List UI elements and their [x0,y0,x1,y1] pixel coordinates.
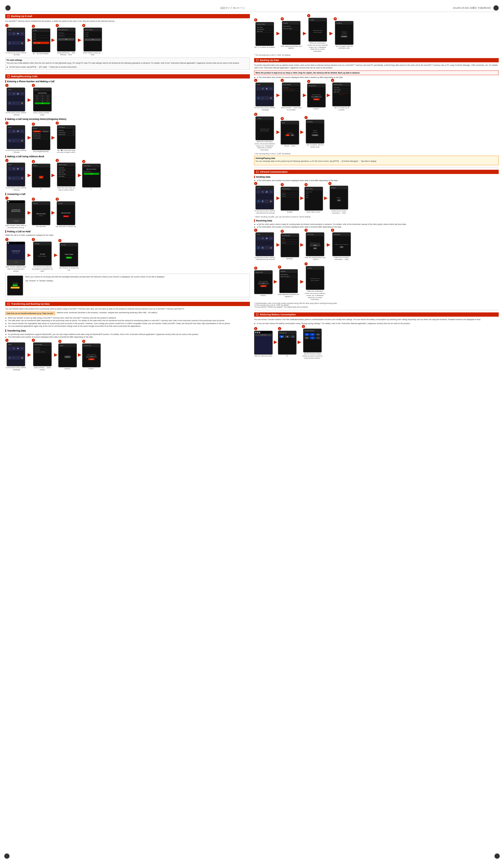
bu-step-3: 3 Security Key Enter security key **** U… [307,80,326,110]
email-step-3: 3 Backup/Restore Mail Backup Mail Restor… [56,24,77,56]
ai-tr1: 📱 [8,347,12,350]
right-column: 5 Address Book Ichiro Keika Yukiko Tanak… [254,14,499,372]
caption-email-1: On the home screen, [APPS] → [E-mail]. [5,52,26,56]
ai-rv4: ⚙ [269,237,273,240]
sh-rs7: Confirm [309,18,326,22]
caption-email-4: Select folders to back up → [OK]. [82,52,103,56]
ai-bu5: 🌐 [257,96,260,100]
section-calls-label: Making/Receiving Calls [11,75,38,78]
cap-ab4: [ ]. [91,188,92,190]
fn1: *1 Authentication code is four-digit num… [254,302,499,304]
history-steps: 1 Home 📱 📷 📧 ⚙ 🌐 📞 📱 📁 [5,122,250,154]
bat-step-1: 1 ↓ slide down [254,327,273,357]
battery-note: ● You can also reduce the battery consum… [254,322,499,325]
tr-note2: The information and number of screens di… [5,336,250,339]
ai-tr8: 📁 [20,356,24,360]
sb-ep1: 📱 📷 📧 ⚙ 🌐 📞 📱 📁 [7,91,25,111]
cap-rv1: On the home screen, [APPS] → [Send/recei… [254,257,275,261]
cap-ans1: Slide "Answer" down while an incoming ca… [5,225,26,229]
hold-intro: While the call is on hold, a guidance is… [5,234,250,237]
ep-step-2: 2 Phone 0XXXXXXXXX 1 2 3 4 5 [32,84,53,116]
tr-step-4: 4 Security Key Enter security key **** U… [82,340,101,370]
bu-cr2: Yukiko Tanaka [333,89,350,91]
cap-ep2: Enter a phone number → [Call]. [32,112,53,116]
ai-bu6: 📞 [261,96,265,100]
section-infrared-label: Infrared Communication [260,171,287,173]
arrow-rv3: ▶ [327,242,330,247]
screen-sd4: Infrared Sending... OK [329,186,348,210]
sh-rv4: Instructions [333,233,350,236]
arrow-ab3: ▶ [78,173,81,178]
ai-ab8: 📁 [20,176,24,180]
arrow-rs1: ▶ [276,31,280,36]
cr2: Yukiko Tanaka [58,169,75,171]
arrow-rv2: ▶ [300,242,303,247]
arrow-rv6: ▶ [300,279,303,284]
h-step-1: 1 Home 📱 📷 📧 ⚙ 🌐 📞 📱 📁 [5,122,26,154]
subsection-answering: Answering a Call [5,193,250,196]
cap-bu2: [Data transfer] → [Save data to microSD]… [281,107,302,111]
ni-bat1 [255,332,257,333]
hold-steps: 1 Incoming Call Yukiko Tanaka ↓ Hold [5,238,250,272]
ai-h1: 📱 [8,129,12,133]
sh-bat2: Notifications [279,331,296,335]
subsection-sending: Sending Data [254,176,499,178]
screen-bat3: Function Buttons WiFi BT GPS NFC 🔊 ✈ [303,329,322,352]
arrow-sd3: ▶ [324,196,327,200]
cap-rs8: Tap "Complete" after the restoration end… [334,45,355,50]
bu-step-5: 5 Confirm Confirmation screen Account se… [254,113,275,151]
ai-sd8: 📁 [269,199,273,203]
transfer-highlight: Data that can be transferred/backed up b… [5,312,55,315]
cap-bu5: When the confirmation screen, the accoun… [254,141,275,151]
arrow-ab1: ▶ [28,173,31,178]
ai7: 📱 [16,41,20,45]
rs-step-8: 8 Complete Restoration completed. Comple… [334,17,355,50]
sq-icon [8,15,10,17]
sh-sd4: Infrared [330,186,348,189]
cap-tr4: Unlock.* [89,368,94,370]
arrow-bu2: ▶ [303,92,306,98]
screen-rs7: Confirm Confirmation screen Account sele… [308,18,327,42]
sh4: Select folders [84,28,102,31]
tr-step-1: 1 Home 📱 📷 📧 ⚙ 🌐 📞 📱 📁 [5,339,26,371]
pc-mail-text: You can use a mail address other than th… [7,62,248,65]
battery-intro: You can access "function buttons" from t… [254,318,499,321]
send-steps: 1 Home 📱 📷 📧 ⚙ 🌐 📡 📱 📁 [254,182,499,214]
cap-bu1: On the home screen, [APPS] → [Settings]. [254,107,275,111]
rv-step-7: 7 Confirm Confirmation screen Account se… [305,262,326,301]
cap-tr2: [Data transfer] → [Data import]. [32,367,53,371]
screen-bat2: Notifications 📶 📡 🔵 ▼ [278,331,297,354]
recv-note2: ● The information and number of screens … [254,226,499,229]
cap-rv3: Enter the authentication code → [OK].*2 [305,257,326,261]
cap-bat2: ▼. [286,355,288,357]
section-title-email-label: Backing Up E-mail [11,15,32,17]
tn2: The data which can be transferred differ… [5,319,250,322]
arrow-ans2: ▶ [51,210,55,215]
arrow-sd1: ▶ [276,196,280,200]
sb-bu1: 📱 📷 📧 ⚙ 🌐 📞 📱 📁 [256,86,273,106]
cap-hold2: The call is put on hold and the guidance… [32,266,53,272]
ai-tr5: 🌐 [8,356,12,360]
footer-right [494,853,500,859]
sh-rv1: Home [256,233,273,236]
section-title-battery: Reducing Battery Consumption [254,312,499,317]
screen-bu2: Data transfer Data import Save data to m… [282,83,300,107]
rv-step-6: 6 Register Add registration Delete and r… [278,265,299,298]
ai-ep6: 📞 [12,101,16,105]
ai-sd2: 📷 [261,190,265,193]
sh-rv6: Register [280,270,297,273]
screen-sd3: Select Data Address Book Photo Video Mus… [305,187,323,211]
sh-ab2: Phone [32,164,50,167]
ai5: 🌐 [8,41,12,45]
pc-mail-title: PC-mail settings [7,59,248,61]
section-transfer-label: Transferring and Backing Up Data [11,303,50,305]
ai-ep5: 🌐 [8,101,12,105]
screen-ab2: Phone [ ] [32,164,50,188]
ai-bu8: 📁 [269,96,273,100]
ab-steps: 1 Home 📱 📷 📧 ⚙ 🌐 📞 📱 📁 [5,159,250,191]
tn4: You can download applications again only… [5,325,250,328]
arrow-bu3: ▶ [327,92,330,98]
screen-rs5: Address Book Ichiro Keika Yukiko Tanaka … [256,22,274,46]
screen-tr4: Security Key Enter security key **** Unl… [82,343,101,367]
screen-hold1: Incoming Call Yukiko Tanaka ↓ Hold [7,242,25,265]
